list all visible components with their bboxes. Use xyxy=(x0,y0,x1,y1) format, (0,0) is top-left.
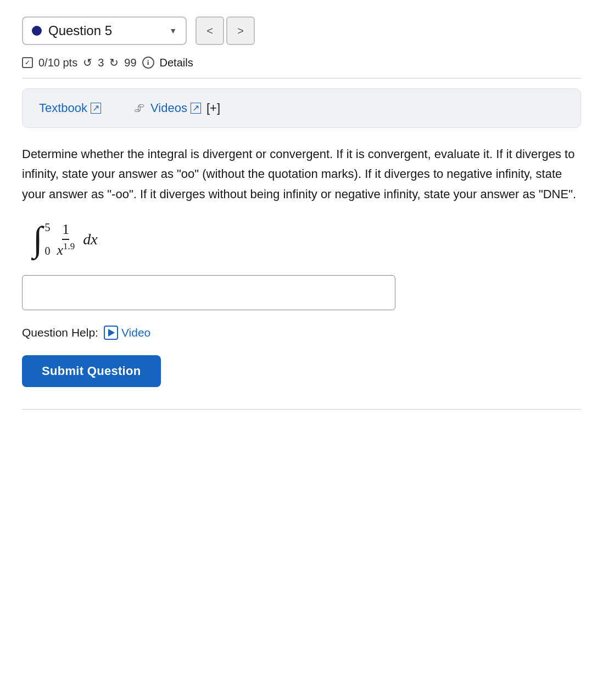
refresh-count: 99 xyxy=(124,57,136,69)
question-dot xyxy=(32,26,42,36)
pts-row: ✓ 0/10 pts ↺ 3 ↻ 99 i Details xyxy=(22,56,581,79)
textbook-label: Textbook xyxy=(39,101,87,115)
prev-button[interactable]: < xyxy=(196,16,224,45)
question-body: Determine whether the integral is diverg… xyxy=(22,144,581,204)
videos-label: Videos xyxy=(150,101,187,115)
textbook-link[interactable]: Textbook ↗ xyxy=(39,101,101,115)
fraction-exponent: 1.9 xyxy=(63,241,75,251)
videos-ext-icon: ↗ xyxy=(191,103,201,114)
submit-button[interactable]: Submit Question xyxy=(22,355,161,387)
question-label: Question 5 xyxy=(48,23,163,38)
resources-bar: Textbook ↗ 🖇 Videos ↗ [+] xyxy=(22,88,581,128)
refresh-icon: ↻ xyxy=(109,56,119,69)
next-button[interactable]: > xyxy=(226,16,255,45)
question-help: Question Help: Video xyxy=(22,326,581,340)
pts-text: 0/10 pts xyxy=(38,57,77,69)
textbook-ext-icon: ↗ xyxy=(91,103,101,114)
top-bar: Question 5 ▼ < > xyxy=(22,16,581,45)
clip-icon: 🖇 xyxy=(134,102,145,115)
integral-symbol: ∫ xyxy=(33,222,43,257)
checkbox-icon: ✓ xyxy=(22,57,33,68)
retry-count: 3 xyxy=(98,57,104,69)
help-label: Question Help: xyxy=(22,326,98,339)
dx-label: dx xyxy=(79,231,97,248)
plus-button[interactable]: [+] xyxy=(206,101,220,115)
math-display: ∫ 5 0 1 x1.9 dx xyxy=(33,221,581,259)
fraction-denominator: x1.9 xyxy=(57,240,75,259)
integrand-fraction: 1 x1.9 xyxy=(57,221,75,259)
integral-expression: ∫ 5 0 1 x1.9 dx xyxy=(33,221,98,259)
integral-limits: 5 0 xyxy=(45,221,51,257)
details-link[interactable]: Details xyxy=(160,57,193,69)
video-link[interactable]: Video xyxy=(104,326,150,340)
retry-icon: ↺ xyxy=(83,56,92,69)
integral-upper: 5 xyxy=(45,221,51,234)
answer-input[interactable] xyxy=(22,275,395,310)
play-triangle-icon xyxy=(108,329,115,337)
videos-link[interactable]: Videos ↗ xyxy=(150,101,201,115)
nav-buttons: < > xyxy=(196,16,255,45)
fraction-numerator: 1 xyxy=(62,221,69,240)
dropdown-arrow-icon: ▼ xyxy=(169,26,177,35)
fraction-var: x xyxy=(57,242,64,258)
video-group: 🖇 Videos ↗ [+] xyxy=(134,101,220,115)
info-icon: i xyxy=(142,57,154,69)
question-selector[interactable]: Question 5 ▼ xyxy=(22,16,187,45)
integral-lower: 0 xyxy=(45,245,51,257)
bottom-divider xyxy=(22,409,581,410)
play-icon xyxy=(104,326,118,340)
video-label: Video xyxy=(121,326,150,339)
